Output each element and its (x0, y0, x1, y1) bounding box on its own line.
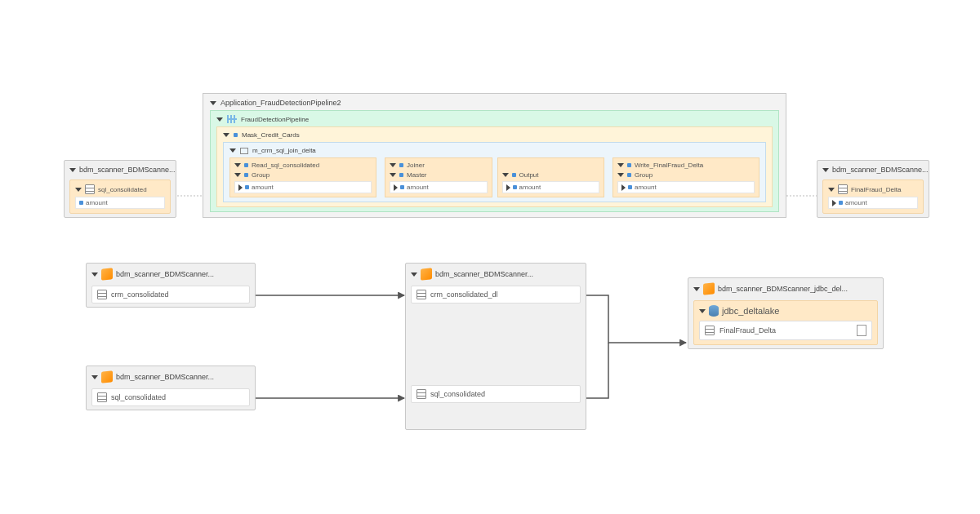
field-icon (400, 185, 404, 189)
expand-icon[interactable] (229, 148, 236, 153)
port-icon (238, 184, 243, 191)
table-item[interactable]: sql_consolidated (411, 385, 581, 403)
table-item[interactable]: crm_consolidated_dl (411, 286, 581, 304)
node-title: bdm_scanner_BDMScanner... (116, 270, 214, 278)
bottom-node-3[interactable]: bdm_scanner_BDMScanner... crm_consolidat… (405, 263, 586, 430)
joiner-node[interactable]: Joiner Master amount (385, 157, 604, 197)
node-header: bdm_scanner_BDMScanner_jdbc_del... (693, 281, 878, 299)
mask-container[interactable]: Mask_Credit_Cards m_crm_sql_join_delta (216, 126, 773, 207)
table-item[interactable]: crm_consolidated (91, 286, 250, 304)
joiner-header: Joiner (390, 162, 487, 171)
join-title: m_crm_sql_join_delta (252, 147, 316, 154)
expand-icon[interactable] (210, 101, 216, 105)
table-icon (97, 290, 107, 299)
expand-icon[interactable] (699, 309, 706, 313)
node-title: bdm_scanner_BDMScanner_jdbc_del... (718, 285, 848, 293)
node-header: bdm_scanner_BDMScanner... (91, 370, 250, 387)
bottom-node-2[interactable]: bdm_scanner_BDMScanner... sql_consolidat… (86, 366, 256, 410)
expand-icon[interactable] (411, 273, 417, 277)
read-node[interactable]: Read_sql_consolidated Group amount (229, 157, 376, 197)
node-title: bdm_scanner_BDMScanner... (435, 270, 533, 278)
item-label: FinalFraud_Delta (719, 326, 776, 335)
app-title: Application_FraudDetectionPipeline2 (220, 99, 341, 107)
node-title: bdm_scanner_BDMScanne... (832, 166, 929, 174)
read-header: Read_sql_consolidated (234, 162, 372, 171)
port-icon (79, 201, 83, 205)
item-label: sql_consolidated (98, 186, 147, 193)
field-label: amount (635, 184, 657, 191)
node-title: bdm_scanner_BDMScanner... (116, 373, 214, 381)
scanner-node-left[interactable]: bdm_scanner_BDMScanne... sql_consolidate… (64, 160, 176, 218)
field-label: amount (519, 184, 541, 191)
field-row[interactable]: amount (502, 181, 599, 193)
db-header: jdbc_deltalake (699, 305, 872, 319)
write-header: Write_FinalFraud_Delta (617, 162, 755, 171)
resource-icon (101, 268, 113, 280)
expand-icon[interactable] (390, 173, 396, 177)
bottom-node-1[interactable]: bdm_scanner_BDMScanner... crm_consolidat… (86, 263, 256, 308)
connector-lines (0, 0, 980, 514)
port-icon (394, 184, 398, 191)
node-header: bdm_scanner_BDMScanner... (91, 267, 250, 284)
field-label: amount (407, 184, 429, 191)
pipeline-icon (227, 115, 237, 123)
item-header: sql_consolidated (75, 184, 165, 197)
group-icon (627, 173, 631, 177)
pipeline-title: FraudDetectionPipeline (241, 116, 309, 123)
transform-icon (627, 163, 631, 167)
table-icon (416, 389, 426, 399)
table-item[interactable]: sql_consolidated (91, 388, 250, 406)
expand-icon[interactable] (234, 173, 241, 177)
expand-icon[interactable] (69, 168, 76, 172)
table-icon (705, 326, 715, 335)
expand-icon[interactable] (828, 188, 835, 192)
expand-icon[interactable] (91, 273, 98, 277)
copy-icon[interactable] (857, 325, 866, 336)
diagram-canvas: bdm_scanner_BDMScanne... sql_consolidate… (0, 0, 980, 514)
field-row[interactable]: amount (828, 197, 918, 209)
node-header: bdm_scanner_BDMScanne... (822, 164, 924, 178)
resource-icon (421, 268, 432, 280)
output-header: Output (502, 171, 599, 181)
field-row[interactable]: amount (390, 181, 487, 193)
expand-icon[interactable] (822, 168, 829, 172)
expand-icon[interactable] (693, 287, 700, 291)
expand-icon[interactable] (91, 375, 98, 379)
write-node[interactable]: Write_FinalFraud_Delta Group amount (612, 157, 760, 197)
read-title: Read_sql_consolidated (252, 162, 319, 169)
field-row[interactable]: amount (234, 181, 372, 193)
scanner-node-right[interactable]: bdm_scanner_BDMScanne... FinalFraud_Delt… (817, 160, 929, 218)
joiner-title: Joiner (407, 162, 425, 169)
write-title: Write_FinalFraud_Delta (635, 162, 703, 169)
expand-icon[interactable] (234, 163, 241, 167)
field-row[interactable]: amount (617, 181, 755, 193)
table-item[interactable]: FinalFraud_Delta (699, 321, 872, 340)
db-container: jdbc_deltalake FinalFraud_Delta (693, 300, 878, 345)
table-icon (838, 184, 848, 194)
item-label: crm_consolidated_dl (430, 290, 498, 299)
transform-icon (244, 163, 248, 167)
expand-icon[interactable] (216, 117, 223, 122)
expand-icon[interactable] (502, 173, 509, 177)
expand-icon[interactable] (75, 188, 82, 192)
application-container[interactable]: Application_FraudDetectionPipeline2 Frau… (203, 93, 786, 218)
app-header: Application_FraudDetectionPipeline2 (210, 99, 779, 107)
item-label: sql_consolidated (111, 393, 166, 401)
port-icon (621, 184, 626, 191)
join-container[interactable]: m_crm_sql_join_delta Read_sql_consolidat… (223, 142, 766, 202)
group-icon (399, 173, 403, 177)
pipeline-container[interactable]: FraudDetectionPipeline Mask_Credit_Cards… (210, 110, 779, 212)
group-label: Group (252, 171, 270, 179)
table-icon (416, 290, 426, 299)
expand-icon[interactable] (617, 173, 624, 177)
table-icon (97, 392, 107, 402)
item-label: FinalFraud_Delta (851, 186, 901, 193)
mask-title: Mask_Credit_Cards (242, 131, 300, 139)
expand-icon[interactable] (223, 133, 229, 137)
expand-icon[interactable] (390, 163, 396, 167)
pipeline-header: FraudDetectionPipeline (216, 115, 773, 123)
expand-icon[interactable] (617, 163, 624, 167)
port-icon (506, 184, 510, 191)
bottom-node-4[interactable]: bdm_scanner_BDMScanner_jdbc_del... jdbc_… (688, 277, 884, 349)
field-row[interactable]: amount (75, 197, 165, 209)
